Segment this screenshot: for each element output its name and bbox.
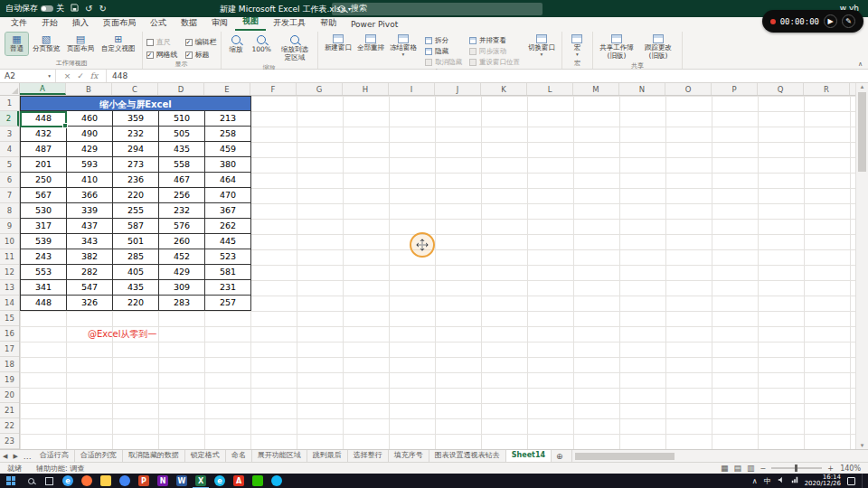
table-cell[interactable]: 285 <box>113 249 159 265</box>
column-header[interactable]: K <box>481 83 527 95</box>
zoom-out-button[interactable]: − <box>760 465 767 473</box>
taskbar-app-excel[interactable]: X <box>195 475 206 486</box>
table-cell[interactable]: 258 <box>205 127 251 142</box>
row-header[interactable]: 22 <box>0 418 19 434</box>
table-cell[interactable]: 553 <box>21 265 67 280</box>
table-cell[interactable]: 459 <box>205 142 251 157</box>
table-cell[interactable]: 437 <box>67 219 113 234</box>
view-button[interactable]: ▧分页预览 <box>30 33 62 55</box>
table-cell[interactable]: 510 <box>159 111 205 127</box>
row-header[interactable]: 12 <box>0 265 19 280</box>
ribbon-tab[interactable]: 数据 <box>174 16 204 31</box>
row-header[interactable]: 7 <box>0 188 19 203</box>
sheet-tab[interactable]: 合适行高 <box>34 450 75 462</box>
table-cell[interactable]: 445 <box>205 234 251 249</box>
task-view-icon[interactable] <box>40 477 58 485</box>
taskbar-app-wechat[interactable] <box>252 475 263 486</box>
column-header[interactable]: P <box>712 83 758 95</box>
zoom-in-button[interactable]: + <box>827 465 834 473</box>
row-header[interactable]: 17 <box>0 342 19 357</box>
column-header[interactable]: F <box>250 83 297 95</box>
vertical-scrollbar[interactable]: ▴ ▾ <box>855 83 868 449</box>
column-header[interactable]: I <box>389 83 435 95</box>
page-break-view-icon[interactable]: ▥ <box>747 464 755 473</box>
table-cell[interactable]: 273 <box>113 157 159 173</box>
table-cell[interactable]: 359 <box>113 111 159 127</box>
zoom-slider-thumb[interactable] <box>795 465 797 472</box>
table-cell[interactable]: 505 <box>159 127 205 142</box>
row-header[interactable]: 15 <box>0 311 19 326</box>
column-header[interactable]: N <box>619 83 665 95</box>
zoom-button[interactable]: 缩放到选定区域 <box>276 33 314 63</box>
table-cell[interactable]: 547 <box>67 280 113 296</box>
column-header[interactable]: G <box>297 83 343 95</box>
play-button[interactable]: ▶ <box>824 14 837 28</box>
column-header[interactable]: O <box>665 83 712 95</box>
insert-function-icon[interactable]: fx <box>90 71 98 80</box>
table-cell[interactable]: 593 <box>67 157 113 173</box>
table-cell[interactable]: 250 <box>21 173 67 188</box>
redo-icon[interactable]: ↻ <box>99 0 106 17</box>
table-cell[interactable]: 464 <box>205 173 251 188</box>
clock[interactable]: 16:14 2020/12/26 <box>805 474 841 488</box>
table-cell[interactable]: 530 <box>21 203 67 219</box>
table-cell[interactable]: 220 <box>113 188 159 203</box>
taskbar-app-acrobat[interactable]: A <box>233 475 244 486</box>
table-cell[interactable]: 231 <box>205 280 251 296</box>
table-cell[interactable]: 309 <box>159 280 205 296</box>
merged-title-cell[interactable]: 缩小全与屏Excel <box>20 96 251 111</box>
select-all-corner[interactable] <box>0 83 20 96</box>
undo-icon[interactable]: ↺ <box>85 0 92 17</box>
row-header[interactable]: 1 <box>0 96 19 111</box>
enter-icon[interactable]: ✓ <box>77 71 84 80</box>
zoom-slider[interactable] <box>771 467 822 469</box>
taskbar-app-word[interactable]: W <box>176 475 187 486</box>
search-input[interactable]: 搜索 <box>332 3 542 15</box>
table-cell[interactable]: 294 <box>113 142 159 157</box>
tray-chevron-icon[interactable]: ∧ <box>752 477 758 485</box>
table-cell[interactable]: 523 <box>205 249 251 265</box>
column-header[interactable]: Q <box>758 83 804 95</box>
column-header[interactable]: B <box>66 83 112 95</box>
row-header[interactable]: 16 <box>0 326 19 342</box>
horizontal-scroll-thumb[interactable] <box>575 453 675 460</box>
ribbon-tab[interactable]: 文件 <box>4 16 34 31</box>
new-sheet-button[interactable]: ⊕ <box>552 452 568 461</box>
accessibility-status[interactable]: 辅助功能: 调查 <box>36 464 84 474</box>
table-cell[interactable]: 405 <box>113 265 159 280</box>
ribbon-tab[interactable]: 开发工具 <box>266 16 313 31</box>
row-header[interactable]: 10 <box>0 234 19 249</box>
taskbar-app-file-explorer[interactable] <box>100 475 111 486</box>
table-cell[interactable]: 467 <box>159 173 205 188</box>
sheet-tab[interactable]: 命名 <box>226 450 252 462</box>
column-header[interactable]: A <box>20 83 66 95</box>
table-cell[interactable]: 587 <box>113 219 159 234</box>
table-cell[interactable]: 429 <box>159 265 205 280</box>
scroll-up-icon[interactable]: ▴ <box>856 83 868 90</box>
row-header[interactable]: 8 <box>0 203 19 219</box>
scroll-down-icon[interactable]: ▾ <box>856 442 868 449</box>
name-box[interactable]: A2 ▾ <box>0 70 56 82</box>
table-cell[interactable]: 256 <box>159 188 205 203</box>
name-box-dropdown-icon[interactable]: ▾ <box>48 74 51 79</box>
table-cell[interactable]: 282 <box>67 265 113 280</box>
table-cell[interactable]: 262 <box>205 219 251 234</box>
network-icon[interactable] <box>791 476 798 485</box>
table-cell[interactable]: 232 <box>159 203 205 219</box>
table-cell[interactable]: 260 <box>159 234 205 249</box>
table-cell[interactable]: 435 <box>159 142 205 157</box>
sheet-overflow-ellipsis[interactable]: … <box>21 452 34 461</box>
table-cell[interactable]: 429 <box>67 142 113 157</box>
sheet-nav-left-icon[interactable]: ◀ <box>0 453 10 460</box>
sheet-tab[interactable]: 选择整行 <box>348 450 389 462</box>
vertical-scroll-thumb[interactable] <box>858 92 866 172</box>
row-header[interactable]: 13 <box>0 280 19 296</box>
zoom-button[interactable]: 100% <box>250 33 274 56</box>
window-button[interactable]: 全部重排 <box>354 33 387 59</box>
ribbon-tab[interactable]: 页面布局 <box>96 16 143 31</box>
formula-input[interactable]: 448 <box>107 70 868 82</box>
window-button[interactable]: 新建窗口 <box>322 33 354 59</box>
sheet-tab[interactable]: 图表设置透视表钻去 <box>429 450 506 462</box>
table-cell[interactable]: 501 <box>113 234 159 249</box>
table-cell[interactable]: 576 <box>159 219 205 234</box>
